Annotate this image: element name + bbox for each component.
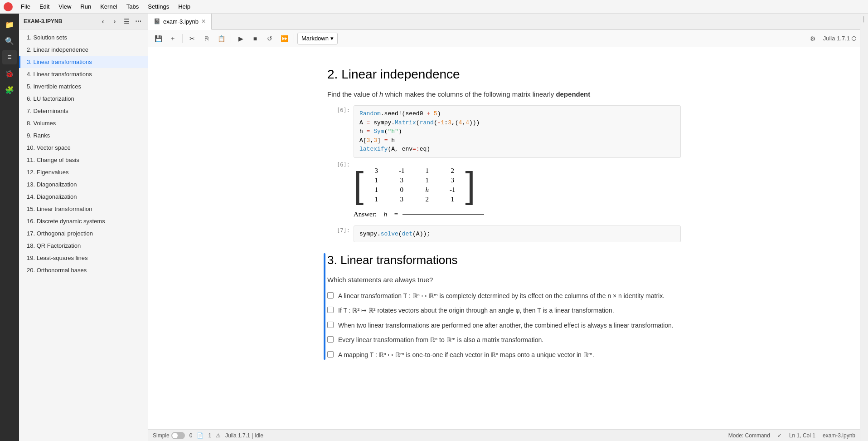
menu-run[interactable]: Run [77, 2, 95, 11]
cell-7-label: [7]: [327, 225, 350, 243]
answer-blank[interactable] [402, 214, 484, 215]
paste-button[interactable]: 📋 [215, 32, 228, 45]
debug-icon[interactable]: 🐞 [2, 66, 17, 81]
toc-panel: EXAM-3.IPYNB ‹ › ☰ ⋯ 1. Solution sets2. … [19, 14, 148, 441]
files-icon[interactable]: 📁 [2, 17, 17, 32]
matrix-cell: 0 [393, 186, 411, 194]
save-button[interactable]: 💾 [152, 32, 165, 45]
statement-item-2: If T : ℝ² ↦ ℝ² rotates vectors about the… [327, 305, 681, 315]
statement-checkbox-1[interactable] [327, 292, 334, 299]
statement-checkbox-3[interactable] [327, 322, 334, 328]
nav-forward[interactable]: › [110, 16, 120, 26]
copy-button[interactable]: ⎘ [200, 32, 213, 45]
menu-file[interactable]: File [17, 2, 34, 11]
menu-help[interactable]: Help [175, 2, 194, 11]
stop-button[interactable]: ■ [249, 32, 262, 45]
toc-item-1[interactable]: 1. Solution sets [19, 31, 148, 44]
extensions-icon[interactable]: 🧩 [2, 83, 17, 97]
menu-tabs[interactable]: Tabs [123, 2, 142, 11]
cell-num: 1 [208, 432, 211, 439]
fast-forward-button[interactable]: ⏩ [278, 32, 291, 45]
toc-item-4[interactable]: 4. Linear transformations [19, 68, 148, 80]
nav-back[interactable]: ‹ [98, 16, 108, 26]
section2-desc-cell: Find the value of h which makes the colu… [327, 89, 681, 100]
kernel-idle: Julia 1.7.1 | Idle [225, 432, 263, 439]
tab-icon: 📓 [154, 18, 160, 24]
toc-item-13[interactable]: 13. Diagonalization [19, 178, 148, 191]
toc-item-15[interactable]: 15. Linear transformation [19, 203, 148, 215]
statement-checkbox-2[interactable] [327, 307, 334, 313]
notebook-content[interactable]: 2. Linear independence Find the value of… [148, 47, 860, 429]
notebook-tab[interactable]: 📓 exam-3.ipynb ✕ [148, 14, 212, 30]
tab-close-button[interactable]: ✕ [201, 18, 206, 24]
toc-item-2[interactable]: 2. Linear independence [19, 44, 148, 56]
toc-item-19[interactable]: 19. Least-squares lines [19, 252, 148, 264]
toc-item-12[interactable]: 12. Eigenvalues [19, 166, 148, 178]
statement-checkbox-4[interactable] [327, 336, 334, 343]
toc-menu[interactable]: ☰ [121, 16, 131, 26]
cut-button[interactable]: ✂ [186, 32, 199, 45]
matrix-cell: 3 [367, 167, 385, 175]
tab-label: exam-3.ipynb [163, 18, 199, 25]
toc-icon[interactable]: ≡ [2, 50, 17, 64]
statement-text-3: When two linear transformations are perf… [338, 320, 674, 330]
code-cell-7-content[interactable]: sympy.solve(det(A)); [354, 225, 681, 243]
menu-kernel[interactable]: Kernel [97, 2, 121, 11]
toc-item-6[interactable]: 6. LU factorization [19, 93, 148, 105]
menu-settings[interactable]: Settings [144, 2, 173, 11]
warnings-icon: ⚠ [216, 432, 221, 439]
toc-list: 1. Solution sets2. Linear independence3.… [19, 29, 148, 441]
matrix-cell: 3 [393, 196, 411, 203]
matrix-right-bracket: ] [465, 167, 475, 203]
menu-edit[interactable]: Edit [36, 2, 53, 11]
matrix-cell: 1 [443, 196, 461, 203]
toolbar-separator-2 [231, 34, 231, 43]
toc-item-5[interactable]: 5. Invertible matrices [19, 80, 148, 93]
app-logo [4, 2, 13, 11]
matrix-cell: -1 [393, 167, 411, 175]
right-sidebar: │ [860, 14, 868, 441]
cell-type-dropdown[interactable]: Markdown ▾ [297, 33, 338, 44]
matrix-cell: 1 [418, 176, 436, 184]
toc-more[interactable]: ⋯ [133, 16, 143, 26]
menu-view[interactable]: View [55, 2, 75, 11]
notebook-area: 📓 exam-3.ipynb ✕ 💾 ＋ ✂ ⎘ 📋 ▶ ■ ↺ ⏩ Markd… [148, 14, 860, 441]
toc-item-10[interactable]: 10. Vector space [19, 142, 148, 154]
run-button[interactable]: ▶ [234, 32, 247, 45]
toc-item-20[interactable]: 20. Orthonormal bases [19, 264, 148, 276]
cell-type-label: Markdown [301, 35, 329, 42]
toc-item-17[interactable]: 17. Orthogonal projection [19, 227, 148, 240]
section3-question: Which statements are always true? [327, 274, 681, 285]
section2-heading-cell: 2. Linear independence [327, 67, 681, 82]
matrix-cell: 1 [367, 186, 385, 194]
search-icon[interactable]: 🔍 [2, 34, 17, 48]
toc-item-3[interactable]: 3. Linear transformations [19, 56, 148, 68]
mode-label: Simple [153, 432, 170, 439]
add-cell-button[interactable]: ＋ [166, 32, 179, 45]
restart-button[interactable]: ↺ [263, 32, 276, 45]
toc-item-16[interactable]: 16. Discrete dynamic systems [19, 215, 148, 227]
section3-title: 3. Linear transformations [327, 253, 681, 267]
statement-text-4: Every linear transformation from ℝⁿ to ℝ… [338, 335, 543, 345]
scrollbar-thumb[interactable]: │ [861, 15, 868, 23]
ln-col: Ln 1, Col 1 [789, 432, 815, 439]
toc-item-7[interactable]: 7. Determinants [19, 105, 148, 117]
section2-description: Find the value of h which makes the colu… [327, 89, 681, 100]
cell-6-label: [6]: [327, 105, 350, 158]
settings-icon[interactable]: ⚙ [807, 32, 820, 45]
toc-item-18[interactable]: 18. QR Factorization [19, 240, 148, 252]
toc-item-14[interactable]: 14. Diagonalization [19, 191, 148, 203]
statement-checkbox-5[interactable] [327, 351, 334, 358]
matrix-cell: 1 [418, 167, 436, 175]
toc-item-8[interactable]: 8. Volumes [19, 117, 148, 129]
simple-toggle[interactable]: Simple [153, 432, 185, 439]
tab-bar: 📓 exam-3.ipynb ✕ [148, 14, 860, 30]
cell-indicator: 📄 [197, 432, 204, 439]
matrix-output-cell: [6]: [ 3-112131310h-11321 ] Answer: h = [327, 160, 681, 224]
matrix-cell: -1 [443, 186, 461, 194]
code-cell-6-content[interactable]: Random.seed!(seed0 + 5) A = sympy.Matrix… [354, 105, 681, 158]
toc-item-11[interactable]: 11. Change of basis [19, 154, 148, 166]
cell-count: 0 [189, 432, 193, 439]
answer-line: Answer: h = [354, 211, 681, 218]
toc-item-9[interactable]: 9. Ranks [19, 129, 148, 142]
